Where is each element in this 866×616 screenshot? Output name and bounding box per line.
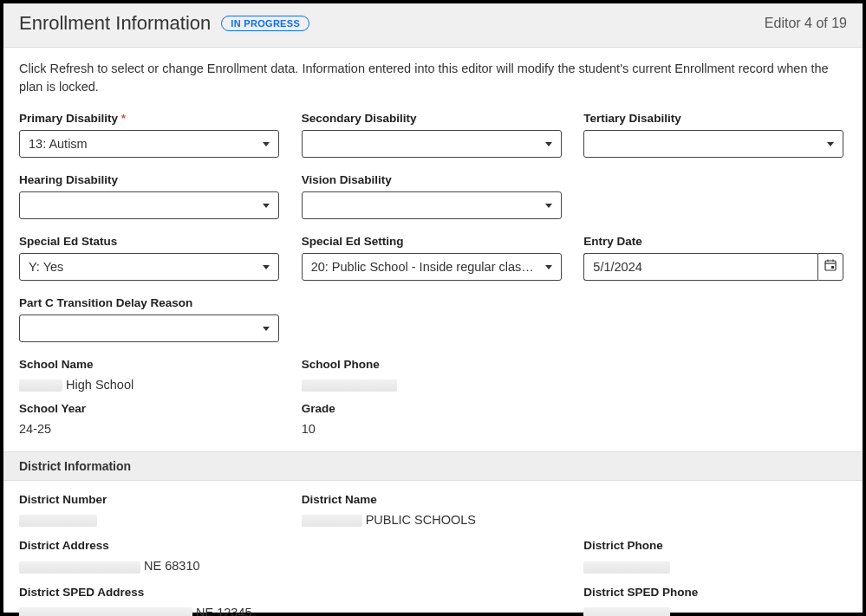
vision-disability-select[interactable] bbox=[302, 191, 562, 219]
field-district-phone: District Phone bbox=[583, 539, 847, 573]
redacted-block bbox=[583, 607, 670, 616]
redacted-block bbox=[302, 515, 362, 527]
row-school-2: School Year 24-25 Grade 10 bbox=[19, 402, 847, 436]
app-window: Enrollment Information IN PROGRESS Edito… bbox=[0, 0, 866, 616]
school-year-value: 24-25 bbox=[19, 420, 283, 436]
field-tertiary-disability: Tertiary Disability bbox=[583, 112, 847, 158]
district-section-heading: District Information bbox=[3, 451, 863, 481]
sped-status-select[interactable]: Y: Yes bbox=[19, 253, 279, 281]
field-school-year: School Year 24-25 bbox=[19, 402, 283, 436]
calendar-icon bbox=[824, 258, 837, 276]
tertiary-disability-select[interactable] bbox=[583, 130, 843, 158]
school-phone-value bbox=[302, 376, 565, 392]
field-grade: Grade 10 bbox=[302, 402, 565, 436]
field-sped-status: Special Ed Status Y: Yes bbox=[19, 235, 283, 281]
sped-setting-select[interactable]: 20: Public School - Inside regular class… bbox=[302, 253, 562, 281]
partc-delay-label: Part C Transition Delay Reason bbox=[19, 296, 283, 309]
row-district-1: District Number District Name PUBLIC SCH… bbox=[19, 493, 847, 527]
redacted-block bbox=[302, 379, 397, 392]
grade-value: 10 bbox=[302, 420, 565, 436]
district-number-label: District Number bbox=[19, 493, 283, 506]
status-badge: IN PROGRESS bbox=[221, 16, 309, 31]
required-marker: * bbox=[121, 112, 126, 125]
district-sped-address-label: District SPED Address bbox=[19, 586, 283, 599]
district-phone-value bbox=[583, 557, 847, 573]
district-address-value: NE 68310 bbox=[19, 557, 283, 573]
sped-status-label: Special Ed Status bbox=[19, 235, 283, 248]
entry-date-input[interactable]: 5/1/2024 bbox=[583, 253, 817, 281]
district-phone-label: District Phone bbox=[583, 539, 847, 552]
field-vision-disability: Vision Disability bbox=[302, 173, 565, 219]
secondary-disability-label: Secondary Disability bbox=[302, 112, 565, 125]
hearing-disability-label: Hearing Disability bbox=[19, 173, 283, 186]
row-disability-2: Hearing Disability Vision Disability bbox=[19, 173, 847, 219]
school-name-value: High School bbox=[19, 376, 283, 392]
tertiary-disability-label: Tertiary Disability bbox=[583, 112, 847, 125]
district-sped-phone-value bbox=[583, 604, 847, 616]
field-district-address: District Address NE 68310 bbox=[19, 539, 283, 573]
field-sped-setting: Special Ed Setting 20: Public School - I… bbox=[302, 235, 565, 281]
entry-date-picker-button[interactable] bbox=[817, 253, 843, 281]
district-name-value: PUBLIC SCHOOLS bbox=[302, 511, 565, 527]
district-number-value bbox=[19, 511, 283, 527]
page-title: Enrollment Information bbox=[19, 12, 211, 35]
school-phone-label: School Phone bbox=[302, 358, 565, 371]
field-school-phone: School Phone bbox=[302, 358, 565, 392]
district-name-label: District Name bbox=[302, 493, 565, 506]
svg-rect-0 bbox=[825, 261, 836, 270]
field-district-name: District Name PUBLIC SCHOOLS bbox=[302, 493, 565, 527]
field-partc-delay: Part C Transition Delay Reason bbox=[19, 296, 283, 342]
row-partc: Part C Transition Delay Reason bbox=[19, 296, 847, 342]
grade-label: Grade bbox=[302, 402, 565, 415]
vision-disability-label: Vision Disability bbox=[302, 173, 565, 186]
svg-rect-4 bbox=[831, 266, 834, 269]
row-sped: Special Ed Status Y: Yes Special Ed Sett… bbox=[19, 235, 847, 281]
redacted-block bbox=[19, 515, 97, 527]
row-school-1: School Name High School School Phone bbox=[19, 358, 847, 392]
header-left: Enrollment Information IN PROGRESS bbox=[19, 12, 309, 35]
hearing-disability-select[interactable] bbox=[19, 191, 279, 219]
school-name-label: School Name bbox=[19, 358, 283, 371]
field-primary-disability: Primary Disability * 13: Autism bbox=[19, 112, 283, 158]
row-disability-1: Primary Disability * 13: Autism Secondar… bbox=[19, 112, 847, 158]
field-district-sped-phone: District SPED Phone bbox=[583, 586, 847, 616]
editor-body: Click Refresh to select or change Enroll… bbox=[3, 48, 863, 616]
district-address-label: District Address bbox=[19, 539, 283, 552]
primary-disability-label: Primary Disability * bbox=[19, 112, 283, 125]
field-school-name: School Name High School bbox=[19, 358, 283, 392]
field-district-number: District Number bbox=[19, 493, 283, 527]
editor-counter: Editor 4 of 19 bbox=[765, 16, 847, 31]
entry-date-label: Entry Date bbox=[583, 235, 847, 248]
editor-header: Enrollment Information IN PROGRESS Edito… bbox=[3, 3, 863, 48]
field-entry-date: Entry Date 5/1/2024 bbox=[583, 235, 847, 281]
instructions-text: Click Refresh to select or change Enroll… bbox=[19, 60, 847, 96]
spacer-col bbox=[583, 173, 847, 219]
row-district-3: District SPED Address NE 12345 District … bbox=[19, 586, 847, 616]
district-sped-phone-label: District SPED Phone bbox=[583, 586, 847, 599]
district-sped-address-value: NE 12345 bbox=[19, 604, 283, 616]
redacted-block bbox=[583, 561, 670, 574]
redacted-block bbox=[19, 379, 62, 392]
field-secondary-disability: Secondary Disability bbox=[302, 112, 565, 158]
sped-setting-label: Special Ed Setting bbox=[302, 235, 565, 248]
redacted-block bbox=[19, 561, 140, 574]
primary-disability-select[interactable]: 13: Autism bbox=[19, 130, 279, 158]
row-district-2: District Address NE 68310 District Phone bbox=[19, 539, 847, 573]
field-hearing-disability: Hearing Disability bbox=[19, 173, 283, 219]
entry-date-group: 5/1/2024 bbox=[583, 253, 843, 281]
partc-delay-select[interactable] bbox=[19, 314, 279, 342]
redacted-block bbox=[19, 607, 192, 616]
secondary-disability-select[interactable] bbox=[302, 130, 562, 158]
field-district-sped-address: District SPED Address NE 12345 bbox=[19, 586, 283, 616]
school-year-label: School Year bbox=[19, 402, 283, 415]
